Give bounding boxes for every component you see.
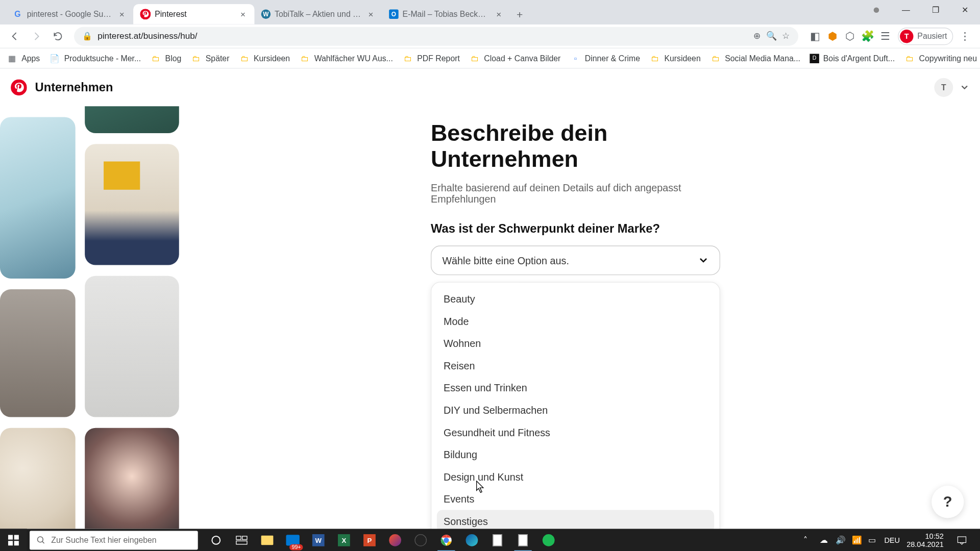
close-icon[interactable]: × (117, 9, 126, 18)
close-icon[interactable]: × (494, 9, 503, 18)
gallery-image (85, 144, 179, 265)
show-hidden-icons[interactable]: ˄ (803, 536, 813, 545)
bookmark-item[interactable]: DBois d'Argent Duft... (810, 54, 895, 63)
taskbar-clock[interactable]: 10:52 28.04.2021 (906, 532, 944, 548)
edge-icon[interactable] (460, 529, 483, 551)
close-window-button[interactable]: ✕ (950, 0, 980, 20)
dropdown-option[interactable]: Gesundheit und Fitness (437, 421, 714, 444)
gallery-image (0, 289, 76, 417)
folder-icon: 🗀 (904, 53, 915, 64)
back-button[interactable] (6, 27, 24, 45)
search-placeholder: Zur Suche Text hier eingeben (51, 536, 156, 545)
account-dot-icon[interactable] (862, 0, 891, 20)
mail-icon[interactable]: 99+ (281, 529, 304, 551)
folder-icon: 🗀 (710, 53, 721, 64)
zoom-icon[interactable]: 🔍 (766, 31, 777, 41)
brave-icon[interactable] (384, 529, 407, 551)
dropdown-option[interactable]: Essen und Trinken (437, 377, 714, 399)
brand-focus-select[interactable]: Wähle bitte eine Option aus. (431, 246, 720, 276)
address-bar[interactable]: 🔒 pinterest.at/business/hub/ ⊕ 🔍 ☆ (74, 27, 798, 45)
bookmark-item[interactable]: 📄Produktsuche - Mer... (50, 53, 141, 64)
gallery-image (85, 428, 179, 529)
browser-tab[interactable]: W TobiTalk – Aktien und persönlich × (254, 4, 382, 24)
notepad-icon[interactable] (486, 529, 509, 551)
chrome-icon[interactable] (435, 529, 458, 551)
dropdown-option[interactable]: Design und Kunst (437, 466, 714, 488)
bookmark-item[interactable]: 🗀Social Media Mana... (710, 53, 800, 64)
new-tab-button[interactable]: + (510, 6, 529, 24)
dropdown-option[interactable]: Beauty (437, 288, 714, 311)
obs-icon[interactable] (409, 529, 432, 551)
action-center-icon[interactable] (950, 529, 973, 551)
spotify-icon[interactable] (537, 529, 560, 551)
dropdown-option[interactable]: Mode (437, 310, 714, 333)
apps-button[interactable]: ▦Apps (7, 53, 40, 64)
powerpoint-icon[interactable]: P (358, 529, 381, 551)
google-icon: G (12, 9, 23, 19)
folder-icon: 🗀 (402, 53, 413, 64)
start-button[interactable] (0, 529, 27, 551)
cortana-icon[interactable] (205, 529, 228, 551)
reading-list-icon[interactable]: ☰ (879, 30, 891, 42)
reload-button[interactable] (48, 27, 67, 45)
language-indicator[interactable]: DEU (884, 536, 900, 544)
bookmark-item[interactable]: 🗀Wahlfächer WU Aus... (300, 53, 393, 64)
bookmark-item[interactable]: ▫Dinner & Crime (570, 53, 640, 64)
extension-icon[interactable]: ◧ (809, 30, 821, 42)
help-button[interactable]: ? (932, 486, 964, 518)
task-view-icon[interactable] (230, 529, 253, 551)
folder-icon: 🗀 (151, 53, 161, 64)
wifi-icon[interactable]: 📶 (852, 536, 861, 545)
onedrive-icon[interactable]: ☁ (820, 536, 829, 545)
browser-tab[interactable]: O E-Mail – Tobias Becker – Outlook × (382, 4, 510, 24)
bookmark-item[interactable]: 🗀PDF Report (402, 53, 460, 64)
dropdown-option[interactable]: Bildung (437, 443, 714, 466)
outlook-icon: O (389, 9, 398, 18)
pinterest-logo-icon[interactable] (11, 80, 27, 96)
minimize-button[interactable]: ― (891, 0, 921, 20)
app-header: Unternehmen T (0, 69, 980, 107)
bookmark-item[interactable]: 🗀Kursideen (649, 53, 700, 64)
taskbar-search[interactable]: Zur Suche Text hier eingeben (30, 531, 198, 549)
browser-menu-button[interactable]: ⋮ (956, 27, 975, 45)
svg-rect-3 (14, 535, 19, 539)
chevron-down-icon[interactable] (960, 83, 969, 92)
page-subheading: Erhalte basierend auf deinen Details auf… (431, 182, 720, 205)
folder-icon: 🗀 (649, 53, 660, 64)
form-question: Was ist der Schwerpunkt deiner Marke? (431, 222, 720, 236)
install-app-icon[interactable]: ⊕ (753, 31, 761, 41)
browser-tab[interactable]: G pinterest - Google Suche × (6, 4, 134, 24)
bookmark-star-icon[interactable]: ☆ (782, 31, 790, 41)
bookmark-item[interactable]: 🗀Kursideen (239, 53, 290, 64)
bookmark-item[interactable]: 🗀Blog (151, 53, 182, 64)
notepad-icon[interactable] (511, 529, 534, 551)
tab-title: TobiTalk – Aktien und persönlich (275, 9, 362, 18)
windows-taskbar: Zur Suche Text hier eingeben 99+ W X P ˄… (0, 529, 980, 551)
maximize-button[interactable]: ❐ (921, 0, 950, 20)
extensions-menu-icon[interactable]: 🧩 (862, 30, 874, 42)
excel-icon[interactable]: X (332, 529, 355, 551)
file-explorer-icon[interactable] (256, 529, 279, 551)
close-icon[interactable]: × (238, 9, 248, 18)
dropdown-option[interactable]: Reisen (437, 355, 714, 377)
extension-icon[interactable]: ⬢ (826, 30, 839, 42)
dropdown-option[interactable]: DIY und Selbermachen (437, 399, 714, 421)
svg-point-7 (212, 536, 220, 544)
volume-icon[interactable]: 🔊 (836, 536, 845, 545)
dropdown-option[interactable]: Events (437, 488, 714, 510)
dropdown-option[interactable]: Wohnen (437, 333, 714, 355)
browser-tab[interactable]: Pinterest × (133, 4, 254, 24)
bookmark-item[interactable]: 🗀Später (191, 53, 230, 64)
extension-icon[interactable]: ⬡ (844, 30, 856, 42)
user-avatar[interactable]: T (934, 78, 953, 97)
tab-title: Pinterest (155, 9, 234, 18)
word-icon[interactable]: W (307, 529, 330, 551)
bookmark-item[interactable]: 🗀Copywriting neu (904, 53, 976, 64)
profile-chip[interactable]: T Pausiert (898, 27, 953, 44)
bookmark-item[interactable]: 🗀Cload + Canva Bilder (469, 53, 560, 64)
battery-icon[interactable]: ▭ (868, 536, 877, 545)
gallery-image (85, 106, 179, 133)
close-icon[interactable]: × (366, 9, 375, 18)
page-heading: Beschreibe dein Unternehmen (431, 120, 720, 172)
browser-toolbar: 🔒 pinterest.at/business/hub/ ⊕ 🔍 ☆ ◧ ⬢ ⬡… (0, 24, 980, 48)
